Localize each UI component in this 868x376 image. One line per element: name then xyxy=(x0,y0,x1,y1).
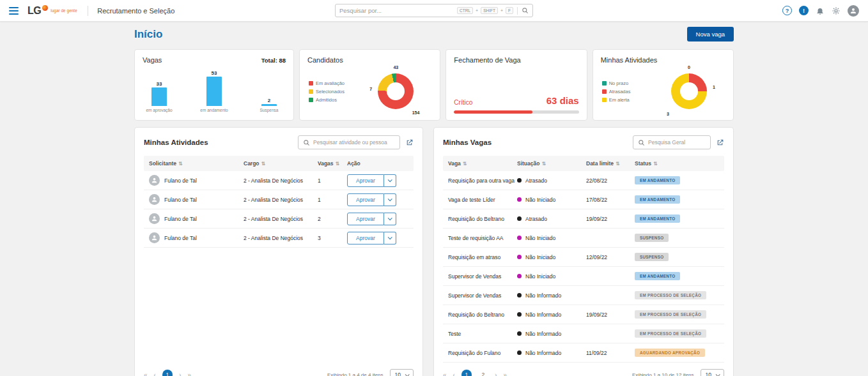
notifications-bell-icon[interactable] xyxy=(816,6,825,15)
table-row: Fulano de Tal 2 - Analista De Negócios 3… xyxy=(144,229,414,248)
approve-button[interactable]: Aprovar xyxy=(347,213,384,225)
pagination-page-1[interactable]: 1 xyxy=(461,370,472,376)
approve-dropdown-button[interactable] xyxy=(384,193,396,206)
table-row[interactable]: Requisição para outra vaga Atrasado 22/0… xyxy=(443,171,724,190)
search-icon[interactable] xyxy=(522,7,529,14)
expand-icon[interactable] xyxy=(716,139,724,147)
table-row[interactable]: Supervisor de Vendas Não Iniciado EM AND… xyxy=(443,267,724,286)
solicitante-name: Fulano de Tal xyxy=(164,235,197,241)
pagination-prev[interactable]: ‹ xyxy=(453,372,455,376)
new-vacancy-button[interactable]: Nova vaga xyxy=(687,27,734,41)
legend-item: Em alerta xyxy=(602,97,662,103)
global-search-input[interactable] xyxy=(339,7,454,14)
person-icon xyxy=(151,177,158,184)
table-row[interactable]: Teste de requisição AA Não Iniciado SUSP… xyxy=(443,229,724,248)
pagination-info: Exibindo 1 a 4 de 4 itens xyxy=(327,372,384,376)
sort-icon[interactable]: ⇅ xyxy=(653,161,658,167)
settings-gear-icon[interactable] xyxy=(832,6,841,15)
bar-label: em andamento xyxy=(200,108,228,112)
vaga-name: Vaga de teste Líder xyxy=(448,197,517,203)
cargo: 2 - Analista De Negócios xyxy=(244,197,318,203)
page-size-select[interactable]: 10 xyxy=(701,369,724,376)
legend-item: Em avaliação xyxy=(309,80,368,86)
pagination-next[interactable]: › xyxy=(495,372,497,376)
approve-button[interactable]: Aprovar xyxy=(347,174,384,187)
expand-icon[interactable] xyxy=(405,139,414,147)
sort-icon[interactable]: ⇅ xyxy=(541,161,546,167)
column-data-limite[interactable]: Data limite⇅ xyxy=(586,160,635,167)
pagination-first[interactable]: « xyxy=(443,372,447,376)
app-title: Recrutamento e Seleção xyxy=(97,7,174,15)
legend-label: Em avaliação xyxy=(316,80,345,86)
vaga-name: Requisição em atraso xyxy=(448,254,517,260)
approve-dropdown-button[interactable] xyxy=(384,213,396,225)
table-row[interactable]: Teste Não Informado EM PROCESSO DE SELEÇ… xyxy=(443,324,724,343)
person-icon xyxy=(151,215,158,222)
panel-title: Minhas Vagas xyxy=(443,139,492,146)
sort-icon[interactable]: ⇅ xyxy=(261,161,266,167)
pagination-page-1[interactable]: 1 xyxy=(162,370,173,376)
table-row[interactable]: Requisição em atraso Não Iniciado 12/09/… xyxy=(443,248,724,267)
chevron-down-icon xyxy=(388,197,392,201)
vagas-count: 3 xyxy=(318,235,347,241)
pagination-first[interactable]: « xyxy=(144,372,148,376)
activities-search[interactable] xyxy=(298,135,400,149)
search-icon xyxy=(303,139,310,146)
approve-button[interactable]: Aprovar xyxy=(347,193,384,206)
solicitante-name: Fulano de Tal xyxy=(164,197,197,203)
pagination-page-2[interactable]: 2 xyxy=(478,370,488,376)
sort-icon[interactable]: ⇅ xyxy=(336,161,340,167)
column-situacao[interactable]: Situação⇅ xyxy=(517,160,586,167)
solicitante-name: Fulano de Tal xyxy=(164,177,197,184)
info-icon[interactable]: ! xyxy=(799,6,809,15)
column-cargo[interactable]: Cargo⇅ xyxy=(244,160,318,167)
approve-button[interactable]: Aprovar xyxy=(347,232,384,244)
pagination-next[interactable]: › xyxy=(179,372,181,376)
pagination-last[interactable]: » xyxy=(187,372,191,376)
legend-swatch xyxy=(602,98,607,102)
approve-split-button: Aprovar xyxy=(347,174,408,187)
situacao-dot xyxy=(517,312,522,317)
pagination-prev[interactable]: ‹ xyxy=(154,372,156,376)
column-solicitante[interactable]: Solicitante⇅ xyxy=(149,160,244,167)
approve-split-button: Aprovar xyxy=(347,213,408,225)
situacao-dot xyxy=(517,236,522,240)
chevron-down-icon xyxy=(388,216,392,220)
bar-label: Suspensa xyxy=(260,108,279,112)
user-avatar[interactable] xyxy=(848,5,859,17)
global-search[interactable]: CTRL + SHIFT + F xyxy=(335,4,533,17)
approve-dropdown-button[interactable] xyxy=(384,174,396,187)
menu-icon[interactable] xyxy=(9,7,19,15)
column-vagas[interactable]: Vagas⇅ xyxy=(318,160,347,167)
legend-swatch xyxy=(309,98,313,102)
person-icon xyxy=(849,7,857,15)
column-status[interactable]: Status⇅ xyxy=(635,160,719,167)
approve-dropdown-button[interactable] xyxy=(384,232,396,244)
sort-icon[interactable]: ⇅ xyxy=(616,161,620,167)
help-icon[interactable]: ? xyxy=(782,6,792,15)
table-row[interactable]: Requisição do Beltrano Atrasado 19/09/22… xyxy=(443,209,724,229)
pagination-last[interactable]: » xyxy=(503,372,507,376)
situacao-dot xyxy=(517,331,522,336)
data-limite: 19/09/22 xyxy=(586,312,635,318)
vacancies-search-input[interactable] xyxy=(648,139,706,146)
vacancies-search[interactable] xyxy=(633,135,711,149)
table-row[interactable]: Requisição do Fulano Não Informado 11/09… xyxy=(443,343,724,363)
sort-icon[interactable]: ⇅ xyxy=(178,161,183,167)
brand-logo[interactable]: LG lugar de gente xyxy=(27,5,79,17)
table-row[interactable]: Vaga de teste Líder Não Iniciado 17/08/2… xyxy=(443,190,724,209)
column-vaga[interactable]: Vaga⇅ xyxy=(448,160,517,167)
shortcut-key-shift: SHIFT xyxy=(481,7,498,14)
table-row[interactable]: Supervisor de Vendas Não Informado EM PR… xyxy=(443,286,724,305)
page-size-select[interactable]: 10 xyxy=(390,369,414,376)
activities-panel: Minhas Atividades Solicitante⇅ Cargo⇅ Va… xyxy=(134,127,423,376)
legend-item: No prazo xyxy=(602,80,662,86)
shortcut-key-ctrl: CTRL xyxy=(457,7,473,14)
status-badge: AGUARDANDO APROVAÇÃO xyxy=(635,349,705,357)
sort-icon[interactable]: ⇅ xyxy=(463,161,467,167)
brand-text: LG xyxy=(27,5,41,17)
activities-search-input[interactable] xyxy=(313,139,395,146)
panels-row: Minhas Atividades Solicitante⇅ Cargo⇅ Va… xyxy=(134,127,734,376)
table-row[interactable]: Requisição do Beltrano Não Informado 19/… xyxy=(443,305,724,324)
donut-ring xyxy=(671,73,707,109)
